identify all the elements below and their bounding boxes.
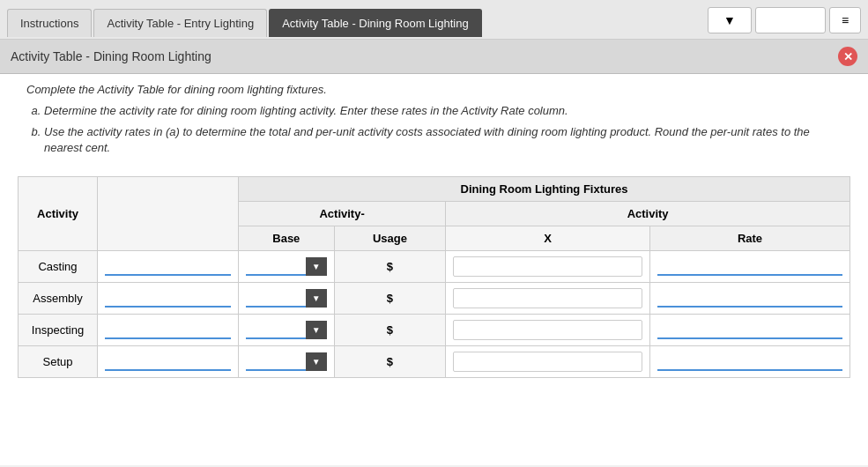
setup-base-input-cell <box>98 345 239 377</box>
instructions-area: Complete the Activity Table for dining r… <box>0 74 868 176</box>
hamburger-icon: ≡ <box>842 13 849 27</box>
inspecting-usage-wrapper: ▼ <box>246 321 327 339</box>
assembly-usage-wrapper: ▼ <box>246 289 327 308</box>
instructions-intro: Complete the Activity Table for dining r… <box>26 83 850 96</box>
main-content: Activity Table - Dining Room Lighting ✕ … <box>0 40 868 465</box>
casting-usage-cell: ▼ <box>239 250 335 282</box>
assembly-usage-cell: ▼ <box>239 282 335 314</box>
assembly-rate-cell <box>649 282 849 314</box>
activity-label-inspecting: Inspecting <box>19 314 98 345</box>
tab-dining-lighting[interactable]: Activity Table - Dining Room Lighting <box>269 9 481 37</box>
inspecting-rate-cell <box>649 314 849 345</box>
instruction-item-a: Determine the activity rate for dining r… <box>44 103 850 119</box>
casting-dollar-cell <box>446 250 650 282</box>
assembly-x-cell: $ <box>334 282 446 314</box>
casting-usage-select[interactable] <box>246 257 327 276</box>
setup-usage-wrapper: ▼ <box>246 352 327 371</box>
th-base-input-empty <box>98 176 239 250</box>
assembly-base-input-cell <box>98 282 239 314</box>
setup-x-cell: $ <box>334 345 446 377</box>
inspecting-base-input-cell <box>98 314 239 345</box>
instruction-item-b: Use the activity rates in (a) to determi… <box>44 124 850 156</box>
activity-label-casting: Casting <box>19 250 98 282</box>
assembly-rate-input[interactable] <box>657 289 842 308</box>
assembly-base-input[interactable] <box>105 289 231 308</box>
casting-base-input[interactable] <box>105 257 231 276</box>
th-usage: Usage <box>334 226 446 250</box>
setup-dollar-cell <box>446 345 650 377</box>
setup-base-input[interactable] <box>105 352 231 371</box>
inspecting-x-cell: $ <box>334 314 446 345</box>
activity-label-setup: Setup <box>19 345 98 377</box>
tab-bar: Instructions Activity Table - Entry Ligh… <box>0 0 868 40</box>
setup-usage-cell: ▼ <box>239 345 335 377</box>
casting-rate-cell <box>649 250 849 282</box>
assembly-usage-select[interactable] <box>246 289 327 308</box>
chevron-down-icon: ▼ <box>723 13 736 27</box>
th-x: X <box>446 226 650 250</box>
dropdown-button[interactable]: ▼ <box>708 7 752 33</box>
th-rate: Rate <box>649 226 849 250</box>
setup-rate-input[interactable] <box>657 352 842 371</box>
setup-usage-select[interactable] <box>246 352 327 371</box>
assembly-dollar-input[interactable] <box>453 288 642 308</box>
activity-label-assembly: Assembly <box>19 282 98 314</box>
inspecting-dollar-input[interactable] <box>453 320 642 340</box>
casting-base-input-cell <box>98 250 239 282</box>
setup-dollar-input[interactable] <box>453 352 642 372</box>
search-input[interactable] <box>755 7 826 33</box>
inspecting-dollar-cell <box>446 314 650 345</box>
casting-x-cell: $ <box>334 250 446 282</box>
table-row: Casting ▼ $ <box>19 250 850 282</box>
casting-usage-wrapper: ▼ <box>246 257 327 276</box>
panel-title: Activity Table - Dining Room Lighting <box>11 49 211 63</box>
casting-rate-input[interactable] <box>657 257 842 276</box>
th-base: Base <box>239 226 335 250</box>
table-container: Activity Dining Room Lighting Fixtures A… <box>0 176 868 396</box>
casting-dollar-wrap <box>453 256 642 277</box>
setup-rate-cell <box>649 345 849 377</box>
activity-table: Activity Dining Room Lighting Fixtures A… <box>18 176 850 378</box>
tab-instructions[interactable]: Instructions <box>7 9 92 37</box>
assembly-dollar-cell <box>446 282 650 314</box>
th-activity-rate: Activity <box>446 201 850 226</box>
inspecting-usage-cell: ▼ <box>239 314 335 345</box>
inspecting-base-input[interactable] <box>105 321 231 339</box>
panel-header: Activity Table - Dining Room Lighting ✕ <box>0 40 868 74</box>
instructions-list: Determine the activity rate for dining r… <box>26 103 850 157</box>
setup-dollar-wrap <box>453 352 642 372</box>
inspecting-dollar-wrap <box>453 320 642 340</box>
close-button[interactable]: ✕ <box>838 47 857 66</box>
table-row: Assembly ▼ $ <box>19 282 850 314</box>
th-activity-label: Activity <box>19 176 98 250</box>
menu-button[interactable]: ≡ <box>829 7 861 33</box>
th-activity-base: Activity- <box>239 201 446 226</box>
table-row: Inspecting ▼ $ <box>19 314 850 345</box>
inspecting-rate-input[interactable] <box>657 321 842 339</box>
tab-entry-lighting[interactable]: Activity Table - Entry Lighting <box>93 9 267 37</box>
assembly-dollar-wrap <box>453 288 642 308</box>
inspecting-usage-select[interactable] <box>246 321 327 339</box>
th-group-header: Dining Room Lighting Fixtures <box>239 176 850 201</box>
table-row: Setup ▼ $ <box>19 345 850 377</box>
casting-dollar-input[interactable] <box>453 256 642 277</box>
toolbar-right: ▼ ≡ <box>708 7 861 39</box>
